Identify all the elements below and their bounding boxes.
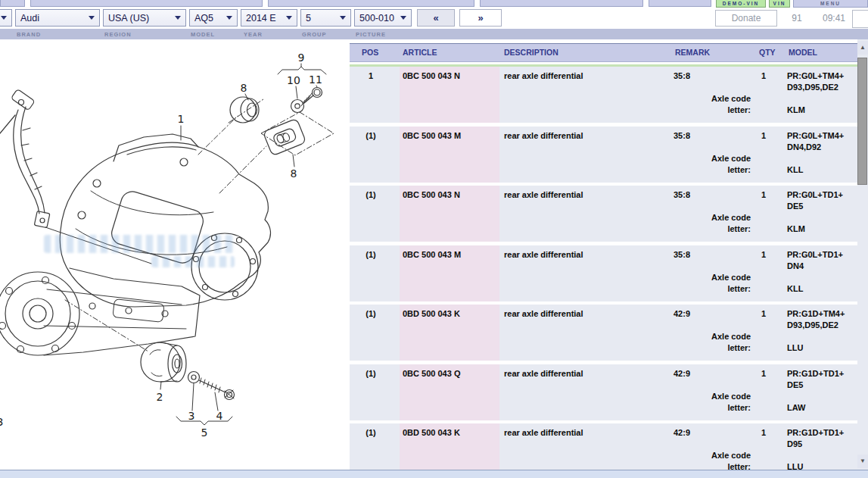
cell-article[interactable]: 0BC 500 043 Q — [403, 369, 460, 378]
cell-article[interactable]: 0BC 500 043 N — [403, 71, 460, 80]
callout-5[interactable]: 5 — [201, 426, 208, 439]
cell-axle-code: LAW — [787, 403, 805, 412]
column-label-model: MODEL — [191, 31, 215, 38]
cell-article[interactable]: 0BC 500 043 N — [403, 190, 460, 199]
selector-region[interactable]: USA (US) — [103, 9, 186, 27]
cropped-panel — [268, 0, 474, 7]
selector-model[interactable]: AQ5 — [189, 9, 238, 27]
table-row[interactable]: (1)0BC 500 043 Nrear axle differential35… — [350, 186, 857, 242]
table-row[interactable]: 10BC 500 043 Nrear axle differential35:8… — [350, 67, 857, 123]
selector-group[interactable]: 5 — [300, 9, 351, 27]
table-header: POSARTICLEDESCRIPTIONREMARKQTYMODEL — [350, 43, 857, 62]
selector-cropped[interactable] — [0, 9, 12, 27]
column-label-group: GROUP — [302, 31, 327, 38]
cell-model-line2: D93,D95,DE2 — [787, 320, 838, 330]
table-row[interactable]: (1)0BC 500 043 Mrear axle differential35… — [350, 245, 857, 301]
watermark — [151, 256, 235, 267]
table-row[interactable]: (1)0BC 500 043 Mrear axle differential35… — [350, 127, 857, 183]
callout-11[interactable]: 11 — [309, 73, 322, 86]
chevron-down-icon — [1, 16, 7, 20]
chevron-down-icon — [89, 16, 95, 20]
selector-group-value: 5 — [306, 13, 311, 23]
cell-pos: (1) — [350, 309, 392, 318]
chevron-down-icon — [175, 16, 181, 20]
bottom-scrollbar[interactable] — [0, 470, 868, 478]
vin-button[interactable]: VIN — [769, 0, 790, 8]
cell-model-line1: PR:G1D+TM4+ — [787, 309, 845, 318]
donate-button[interactable]: Donate — [715, 10, 777, 27]
cell-description: rear axle differential — [504, 428, 583, 437]
selector-picture[interactable]: 500-010 — [354, 9, 412, 27]
cell-model-line1: PR:G0L+TM4+ — [787, 131, 844, 140]
clock: 09:41 — [817, 10, 851, 27]
selector-brand[interactable]: Audi — [15, 9, 100, 27]
scroll-down-icon[interactable]: ▼ — [857, 455, 868, 468]
callout-1[interactable]: 1 — [178, 113, 185, 125]
axle-code-label: letter: — [651, 284, 751, 293]
cell-model-line2: D93,D95,DE2 — [787, 83, 838, 92]
cell-remark: 42:9 — [674, 428, 690, 437]
selector-picture-value: 500-010 — [359, 13, 394, 23]
cell-remark: 35:8 — [674, 71, 690, 80]
axle-code-label: Axle code — [651, 94, 751, 103]
axle-code-label: letter: — [651, 343, 751, 352]
previous-picture-button[interactable]: « — [417, 9, 455, 27]
axle-code-label: Axle code — [651, 213, 751, 222]
cropped-panel — [0, 0, 25, 7]
watermark — [44, 235, 235, 253]
column-label-picture: PICTURE — [356, 31, 386, 38]
cell-axle-code: KLL — [787, 165, 803, 174]
cell-pos: 1 — [350, 71, 392, 80]
cell-description: rear axle differential — [504, 250, 583, 259]
callout-4[interactable]: 4 — [216, 410, 223, 422]
cell-article[interactable]: 0BD 500 043 K — [403, 428, 460, 437]
table-row[interactable]: (1)0BD 500 043 Krear axle differential42… — [350, 423, 857, 470]
cell-article[interactable]: 0BC 500 043 M — [403, 131, 461, 140]
callout-8b[interactable]: 8 — [291, 167, 297, 180]
cell-remark: 35:8 — [674, 250, 690, 259]
parts-diagram[interactable]: 1 2 3 4 5 8 8 9 10 11 3 — [0, 39, 350, 470]
cell-axle-code: KLL — [787, 284, 803, 293]
cell-model-line2: DE5 — [787, 380, 803, 389]
cell-pos: (1) — [350, 369, 392, 378]
cell-article[interactable]: 0BD 500 043 K — [403, 309, 460, 318]
cell-qty: 1 — [739, 250, 766, 259]
cell-model-line1: PR:G0L+TD1+ — [787, 190, 843, 199]
cropped-panel — [649, 0, 711, 7]
axle-code-label: Axle code — [651, 273, 751, 282]
selector-year[interactable]: 2014 E — [241, 9, 297, 27]
cell-axle-code: KLM — [787, 224, 805, 233]
callout-10[interactable]: 10 — [287, 74, 300, 86]
scroll-up-icon[interactable]: ▲ — [857, 41, 868, 55]
selector-brand-value: Audi — [20, 13, 39, 23]
selector-model-value: AQ5 — [194, 13, 213, 23]
content: 1 2 3 4 5 8 8 9 10 11 3 POSARTICLEDESCRI… — [0, 39, 868, 470]
axle-code-label: letter: — [651, 403, 751, 412]
table-row[interactable]: (1)0BC 500 043 Qrear axle differential42… — [350, 364, 857, 420]
vertical-scrollbar[interactable]: ▲ ▼ — [857, 39, 868, 470]
cell-qty: 1 — [739, 428, 766, 437]
cell-pos: (1) — [350, 428, 392, 437]
column-label-region: REGION — [104, 31, 132, 38]
selector-region-value: USA (US) — [108, 13, 149, 23]
demo-vin-button[interactable]: DEMO-VIN — [716, 0, 766, 8]
selector-labels-strip: BRANDREGIONMODELYEARGROUPPICTURE — [0, 29, 868, 40]
menu-button[interactable]: MENU — [793, 0, 868, 8]
callout-8a[interactable]: 8 — [241, 82, 247, 94]
callout-2[interactable]: 2 — [157, 391, 163, 403]
callout-9[interactable]: 9 — [298, 52, 305, 64]
chevron-down-icon — [400, 16, 406, 20]
axle-code-label: Axle code — [651, 154, 751, 163]
cell-article[interactable]: 0BC 500 043 M — [403, 250, 461, 259]
cell-model-line2: DE5 — [787, 202, 803, 211]
axle-code-label: letter: — [651, 224, 751, 233]
callout-3[interactable]: 3 — [188, 410, 195, 422]
cell-model-line2: DN4,D92 — [787, 142, 821, 152]
table-row[interactable]: (1)0BD 500 043 Krear axle differential42… — [350, 305, 857, 361]
scrollbar-thumb[interactable] — [857, 58, 867, 185]
next-picture-button[interactable]: » — [459, 9, 502, 27]
table-header-article: ARTICLE — [403, 48, 437, 57]
selector-year-value: 2014 E — [246, 13, 276, 23]
cell-pos: (1) — [350, 250, 392, 259]
cell-remark: 35:8 — [674, 190, 690, 199]
